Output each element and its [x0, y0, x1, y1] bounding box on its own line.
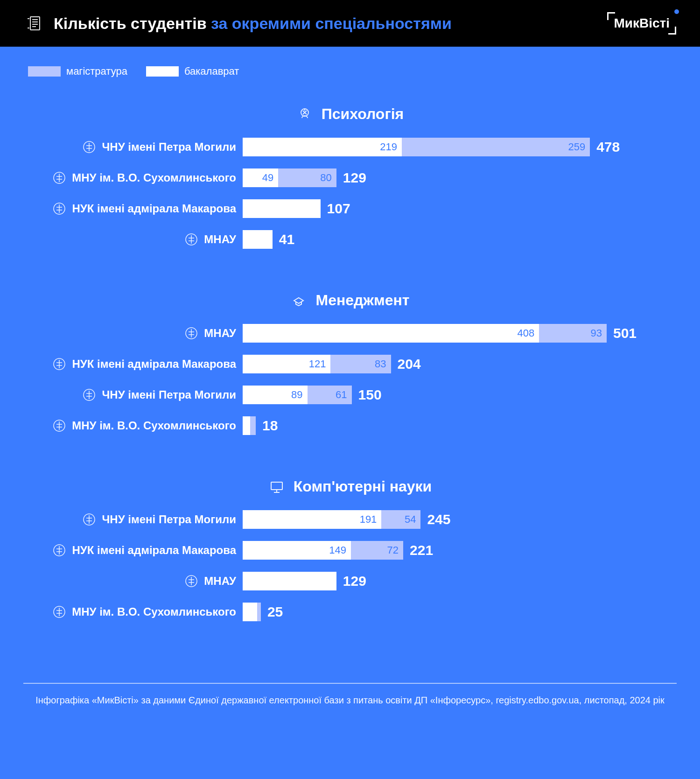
segment-masters: 83	[330, 355, 391, 373]
chart-row: МНУ ім. В.О. Сухомлинського25	[28, 602, 672, 622]
group-title: Психологія	[28, 105, 672, 123]
segment-masters	[250, 416, 256, 435]
page-header: Кількість студентів за окремими спеціаль…	[0, 0, 700, 47]
segment-bachelors	[243, 230, 273, 249]
chart-row: МНАУ41	[28, 229, 672, 250]
bar-area: 129	[243, 572, 672, 590]
row-label: ЧНУ імені Петра Могили	[102, 140, 236, 154]
row-total: 501	[613, 325, 637, 341]
segment-bachelors: 49	[243, 168, 278, 187]
chart-row: НУК імені адмірала Макарова12183204	[28, 354, 672, 374]
segment-bachelors: 219	[243, 138, 402, 156]
chart-group: ПсихологіяЧНУ імені Петра Могили21925947…	[28, 105, 672, 250]
bar-area: 25	[243, 603, 672, 621]
segment-masters: 72	[351, 541, 403, 560]
segment-bachelors	[243, 603, 257, 621]
chart-content: магістратура бакалаврат ПсихологіяЧНУ ім…	[0, 47, 700, 674]
group-icon	[296, 106, 313, 123]
group-icon	[268, 478, 285, 495]
svg-rect-16	[271, 482, 282, 490]
row-total: 150	[358, 387, 382, 403]
bar-area: 41	[243, 230, 672, 249]
segment-masters: 93	[539, 324, 607, 343]
segment-masters: 259	[402, 138, 590, 156]
row-total: 129	[343, 573, 366, 589]
swatch-masters	[28, 66, 61, 77]
university-icon	[82, 388, 96, 402]
chart-row: МНУ ім. В.О. Сухомлинського18	[28, 415, 672, 436]
group-title-text: Менеджмент	[315, 292, 409, 309]
chart-row: ЧНУ імені Петра Могили8961150	[28, 385, 672, 405]
bar-area: 107	[243, 199, 672, 218]
group-title-text: Психологія	[322, 105, 404, 123]
bar-area: 8961150	[243, 386, 672, 404]
row-total: 41	[279, 232, 294, 247]
segment-bachelors: 149	[243, 541, 351, 560]
chart-row: МНАУ40893501	[28, 323, 672, 344]
bar-area: 12183204	[243, 355, 672, 373]
brand-logo: МикВісті	[609, 14, 674, 33]
chart-legend: магістратура бакалаврат	[28, 65, 672, 77]
document-icon	[26, 14, 44, 33]
chart-group: МенеджментМНАУ40893501НУК імені адмірала…	[28, 292, 672, 436]
legend-bachelors: бакалаврат	[146, 65, 239, 77]
segment-bachelors: 191	[243, 510, 381, 529]
row-total: 129	[343, 170, 366, 186]
row-label: ЧНУ імені Петра Могили	[102, 388, 236, 401]
university-icon	[184, 232, 198, 246]
chart-row: ЧНУ імені Петра Могили19154245	[28, 509, 672, 530]
university-icon	[52, 419, 66, 433]
group-title: Комп'ютерні науки	[28, 478, 672, 495]
bar-area: 219259478	[243, 138, 672, 156]
segment-bachelors: 89	[243, 386, 308, 404]
segment-bachelors: 121	[243, 355, 330, 373]
university-icon	[82, 512, 96, 526]
chart-row: МНАУ129	[28, 571, 672, 591]
bar-area: 19154245	[243, 510, 672, 529]
group-icon	[290, 292, 307, 309]
row-label: ЧНУ імені Петра Могили	[102, 513, 236, 526]
chart-row: ЧНУ імені Петра Могили219259478	[28, 137, 672, 157]
segment-bachelors	[243, 572, 336, 590]
bar-area: 40893501	[243, 324, 672, 343]
chart-group: Комп'ютерні наукиЧНУ імені Петра Могили1…	[28, 478, 672, 622]
row-label: МНАУ	[204, 327, 236, 340]
legend-bachelors-label: бакалаврат	[184, 65, 239, 77]
legend-masters: магістратура	[28, 65, 127, 77]
page-title: Кількість студентів за окремими спеціаль…	[54, 14, 452, 33]
university-icon	[52, 357, 66, 371]
row-label: МНУ ім. В.О. Сухомлинського	[72, 605, 236, 618]
footer-text: Інфографіка «МикВісті» за даними Єдиної …	[23, 695, 677, 706]
row-label: МНУ ім. В.О. Сухомлинського	[72, 419, 236, 432]
university-icon	[82, 140, 96, 154]
bar-area: 18	[243, 416, 672, 435]
row-total: 204	[398, 356, 421, 372]
svg-rect-0	[30, 17, 40, 30]
university-icon	[52, 202, 66, 216]
row-label: НУК імені адмірала Макарова	[72, 202, 236, 215]
legend-masters-label: магістратура	[66, 65, 127, 77]
group-title-text: Комп'ютерні науки	[294, 478, 432, 495]
university-icon	[52, 605, 66, 619]
university-icon	[52, 171, 66, 185]
chart-row: МНУ ім. В.О. Сухомлинського4980129	[28, 168, 672, 188]
row-total: 107	[327, 201, 350, 217]
university-icon	[184, 326, 198, 340]
row-label: МНАУ	[204, 233, 236, 246]
bar-area: 4980129	[243, 168, 672, 187]
row-total: 478	[596, 139, 620, 155]
group-title: Менеджмент	[28, 292, 672, 309]
segment-bachelors	[243, 199, 321, 218]
segment-masters: 54	[381, 510, 420, 529]
row-total: 221	[410, 542, 433, 558]
row-total: 18	[262, 418, 278, 434]
row-label: НУК імені адмірала Макарова	[72, 358, 236, 371]
bar-area: 14972221	[243, 541, 672, 560]
chart-row: НУК імені адмірала Макарова14972221	[28, 540, 672, 561]
segment-masters: 61	[308, 386, 352, 404]
segment-bachelors: 408	[243, 324, 539, 343]
swatch-bachelors	[146, 66, 179, 77]
university-icon	[184, 574, 198, 588]
row-label: МНУ ім. В.О. Сухомлинського	[72, 171, 236, 184]
row-total: 245	[427, 512, 450, 527]
